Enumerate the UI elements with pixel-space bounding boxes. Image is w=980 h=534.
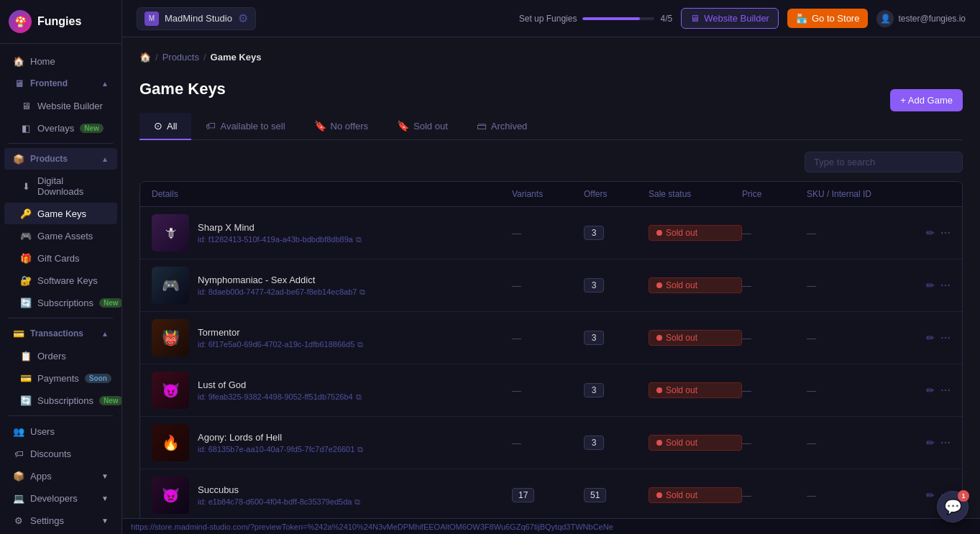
edit-icon[interactable]: ✏ [926, 332, 935, 344]
store-selector[interactable]: M MadMind Studio ⚙ [137, 7, 256, 30]
sidebar-item-developers[interactable]: 💻 Developers ▼ [4, 487, 117, 509]
sidebar-item-users[interactable]: 👥 Users [4, 420, 117, 442]
sku-value: — [807, 438, 907, 448]
product-id: id: 68135b7e-aa10-40a7-9fd5-7fc7d7e26601… [198, 445, 363, 454]
home-icon: 🏠 [13, 55, 24, 67]
copy-icon[interactable]: ⧉ [356, 392, 362, 402]
copy-icon[interactable]: ⧉ [357, 340, 363, 349]
chat-button[interactable]: 💬 1 [937, 491, 968, 523]
copy-icon[interactable]: ⧉ [360, 287, 365, 297]
more-options-icon[interactable]: ⋯ [940, 385, 951, 396]
tab-available[interactable]: 🏷 Available to sell [191, 113, 299, 140]
page: 🏠 / Products / Game Keys Game Keys + Add… [122, 37, 980, 518]
breadcrumb-products[interactable]: Products [162, 52, 199, 63]
sidebar-item-subscriptions-trans[interactable]: 🔄 Subscriptions New [4, 390, 117, 411]
col-sku: SKU / Internal ID [807, 189, 907, 199]
sidebar-item-software-keys[interactable]: 🔐 Software Keys [4, 270, 117, 291]
product-id: id: 8daeb00d-7477-42ad-be67-f8eb14ec8ab7… [198, 287, 365, 297]
sku-value: — [807, 280, 907, 291]
row-actions: ✏ ⋯ [907, 437, 951, 448]
offers-value: 3 [584, 383, 649, 397]
website-builder-button[interactable]: 🖥 Website Builder [681, 8, 779, 29]
sidebar-item-label: Developers [30, 493, 78, 504]
all-tab-icon: ⊙ [154, 120, 162, 132]
sidebar-item-label: Game Keys [37, 208, 86, 219]
copy-icon[interactable]: ⧉ [357, 445, 363, 454]
price-value: — [742, 385, 807, 396]
more-options-icon[interactable]: ⋯ [940, 227, 951, 239]
chat-badge: 1 [958, 490, 969, 502]
sidebar-item-label: Gift Cards [37, 253, 80, 264]
sidebar-item-subscriptions-products[interactable]: 🔄 Subscriptions New [4, 292, 117, 313]
sidebar-item-label: Subscriptions [37, 298, 93, 308]
breadcrumb-sep: / [203, 52, 206, 63]
website-builder-icon: 🖥 [690, 13, 700, 24]
sidebar-item-game-assets[interactable]: 🎮 Game Assets [4, 225, 117, 247]
sidebar-item-orders[interactable]: 📋 Orders [4, 345, 117, 367]
add-game-button[interactable]: + Add Game [890, 89, 963, 111]
table-row: 🗡 Sharp X Mind id: f1282413-510f-419a-a4… [140, 207, 962, 259]
status-value: Sold out [649, 487, 742, 503]
sidebar-item-digital-downloads[interactable]: ⬇ Digital Downloads [4, 170, 117, 202]
edit-icon[interactable]: ✏ [926, 437, 935, 448]
sidebar-section-products[interactable]: 📦 Products ▲ [4, 148, 117, 170]
user-avatar[interactable]: 👤 tester@fungies.io [876, 10, 966, 27]
sidebar-section-transactions[interactable]: 💳 Transactions ▲ [4, 323, 117, 344]
apps-icon: 📦 [13, 470, 24, 482]
product-info: Succubus id: e1b84c78-d600-4f04-bdff-8c3… [198, 484, 360, 507]
more-options-icon[interactable]: ⋯ [940, 437, 951, 448]
variants-value: — [512, 438, 584, 448]
row-actions: ✏ ⋯ [907, 227, 951, 239]
website-builder-label: Website Builder [704, 13, 769, 24]
offers-value: 3 [584, 278, 649, 293]
sku-value: — [807, 333, 907, 344]
product-info: Tormentor id: 6f17e5a0-69d6-4702-a19c-1d… [198, 327, 363, 349]
sidebar-item-settings[interactable]: ⚙ Settings ▼ [4, 510, 117, 531]
sidebar-item-gift-cards[interactable]: 🎁 Gift Cards [4, 247, 117, 269]
sidebar-item-apps[interactable]: 📦 Apps ▼ [4, 465, 117, 487]
tab-all[interactable]: ⊙ All [139, 113, 191, 140]
sidebar-item-home[interactable]: 🏠 Home [4, 50, 117, 72]
sku-value: — [807, 228, 907, 239]
variants-value: — [512, 333, 584, 344]
tab-no-offers[interactable]: 🔖 No offers [300, 113, 383, 140]
breadcrumb-home[interactable]: 🏠 [139, 52, 151, 63]
setup-progress-bar [582, 17, 654, 20]
table-row: 👿 Succubus id: e1b84c78-d600-4f04-bdff-8… [140, 469, 962, 518]
edit-icon[interactable]: ✏ [926, 280, 935, 291]
sidebar-item-overlays[interactable]: ◧ Overlays New [4, 117, 117, 139]
copy-icon[interactable]: ⧉ [354, 497, 360, 507]
developers-icon: 💻 [13, 492, 24, 504]
more-options-icon[interactable]: ⋯ [940, 332, 951, 344]
tab-archived[interactable]: 🗃 Archived [462, 113, 542, 140]
store-name: MadMind Studio [165, 13, 232, 24]
chevron-down-icon: ▼ [101, 517, 109, 525]
edit-icon[interactable]: ✏ [926, 385, 935, 396]
tab-sold-out[interactable]: 🔖 Sold out [383, 113, 462, 140]
edit-icon[interactable]: ✏ [926, 489, 935, 501]
product-info: Nymphomaniac - Sex Addict id: 8daeb00d-7… [198, 275, 365, 297]
sidebar-item-discounts[interactable]: 🏷 Discounts [4, 443, 117, 464]
sidebar-item-website-builder[interactable]: 🖥 Website Builder [4, 95, 117, 116]
table-row: 🔥 Agony: Lords of Hell id: 68135b7e-aa10… [140, 417, 962, 469]
chevron-down-icon: ▼ [101, 472, 109, 480]
go-to-store-button[interactable]: 🏪 Go to Store [787, 9, 868, 28]
overlays-icon: ◧ [20, 122, 32, 134]
tab-label: All [167, 121, 177, 132]
store-icon: M [145, 11, 159, 26]
row-actions: ✏ ⋯ [907, 385, 951, 396]
search-input[interactable] [805, 152, 963, 172]
product-thumbnail: 😈 [152, 372, 189, 409]
product-name: Lust of God [198, 379, 362, 390]
status-bar: https://store.madmind-studio.com/?previe… [122, 518, 980, 534]
sidebar-section-frontend[interactable]: 🖥 Frontend ▲ [4, 73, 117, 94]
sidebar-item-label: Frontend [30, 78, 68, 88]
sidebar-item-payments[interactable]: 💳 Payments Soon [4, 367, 117, 389]
sidebar-item-label: Products [30, 154, 68, 164]
sidebar-item-game-keys[interactable]: 🔑 Game Keys [4, 203, 117, 224]
product-id: id: e1b84c78-d600-4f04-bdff-8c35379ed5da… [198, 497, 360, 507]
more-options-icon[interactable]: ⋯ [940, 280, 951, 291]
sidebar: 🍄 Fungies 🏠 Home 🖥 Frontend ▲ 🖥 Website … [0, 0, 122, 534]
edit-icon[interactable]: ✏ [926, 227, 935, 239]
copy-icon[interactable]: ⧉ [356, 235, 362, 244]
